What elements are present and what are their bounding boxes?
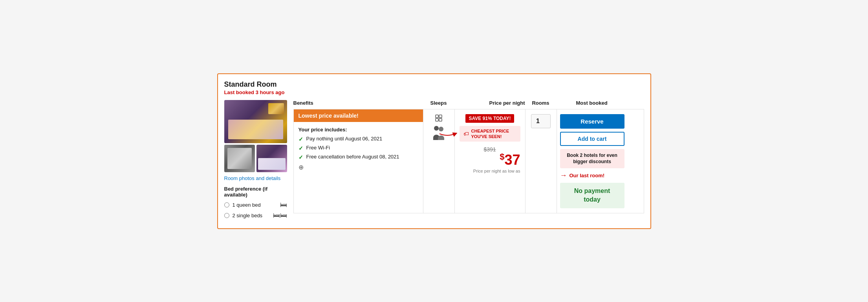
benefit-item-1: ✓ Pay nothing until August 06, 2021 bbox=[298, 136, 418, 142]
last-room-arrow-icon: → bbox=[560, 171, 567, 180]
bed-label-1: 1 queen bed bbox=[233, 202, 277, 208]
save-badge: SAVE 91% TODAY! bbox=[465, 114, 514, 123]
col-header-rooms: Rooms bbox=[525, 100, 557, 106]
sleeps-cell bbox=[423, 109, 455, 213]
check-icon-2: ✓ bbox=[298, 145, 303, 151]
expand-icon bbox=[435, 114, 443, 122]
column-headers: Benefits Sleeps Price per night Rooms Mo… bbox=[293, 100, 644, 109]
most-booked-cell: Reserve Add to cart Book 2 hotels for ev… bbox=[557, 109, 628, 213]
last-booked-text: Last booked 3 hours ago bbox=[224, 89, 644, 95]
col-header-price: Price per night bbox=[454, 100, 525, 106]
card-header: Standard Room Last booked 3 hours ago bbox=[224, 80, 644, 95]
col-header-sleeps: Sleeps bbox=[423, 100, 454, 106]
bed-radio-2[interactable] bbox=[224, 213, 229, 218]
svg-rect-3 bbox=[439, 118, 442, 121]
table-area: Benefits Sleeps Price per night Rooms Mo… bbox=[293, 100, 644, 222]
main-content: Room photos and details Bed preference (… bbox=[224, 100, 644, 222]
no-payment-text: No payment today bbox=[564, 187, 621, 204]
main-room-photo bbox=[224, 100, 287, 143]
svg-rect-0 bbox=[436, 115, 438, 118]
photos-column: Room photos and details Bed preference (… bbox=[224, 100, 287, 222]
bed-radio-1[interactable] bbox=[224, 202, 229, 207]
room-photo-3 bbox=[256, 145, 287, 172]
room-photos-link[interactable]: Room photos and details bbox=[224, 175, 287, 181]
tag-icon: 🏷 bbox=[463, 131, 469, 137]
room-row: Lowest price available! Your price inclu… bbox=[293, 109, 644, 213]
bed-preference-section: Bed preference (if available) 1 queen be… bbox=[224, 186, 287, 220]
svg-rect-2 bbox=[436, 118, 438, 121]
room-card: Standard Room Last booked 3 hours ago Ro… bbox=[217, 73, 651, 229]
check-icon-1: ✓ bbox=[298, 136, 303, 142]
room-title: Standard Room bbox=[224, 80, 644, 89]
svg-rect-1 bbox=[439, 115, 442, 118]
benefits-body: Your price includes: ✓ Pay nothing until… bbox=[294, 122, 423, 176]
cheapest-price-box: 🏷 CHEAPEST PRICE YOU'VE SEEN! bbox=[460, 126, 520, 142]
bed-option-2: 2 single beds 🛏🛏 bbox=[224, 211, 287, 220]
col-header-most-booked: Most booked bbox=[557, 100, 627, 106]
reserve-button[interactable]: Reserve bbox=[560, 114, 624, 129]
benefit-text-3: Free cancellation before August 08, 2021 bbox=[306, 154, 399, 160]
rooms-input[interactable] bbox=[531, 114, 551, 128]
dollar-sign: $ bbox=[500, 152, 504, 162]
price-current: $37 bbox=[460, 153, 520, 167]
no-payment-box: No payment today bbox=[560, 183, 624, 208]
photos-row bbox=[224, 145, 287, 172]
cheapest-price-text: CHEAPEST PRICE YOU'VE SEEN! bbox=[471, 128, 509, 140]
add-to-cart-button[interactable]: Add to cart bbox=[560, 132, 624, 146]
lowest-price-banner: Lowest price available! bbox=[294, 109, 423, 122]
room-photo-2 bbox=[224, 145, 255, 172]
your-price-includes-label: Your price includes: bbox=[298, 127, 418, 133]
bed-preference-title: Bed preference (if available) bbox=[224, 186, 287, 198]
benefit-text-1: Pay nothing until August 06, 2021 bbox=[306, 136, 383, 142]
bed-label-2: 2 single beds bbox=[233, 213, 270, 218]
price-cell: SAVE 91% TODAY! 🏷 CHEAPEST PRICE YOU'VE … bbox=[455, 109, 526, 213]
last-room-row: → Our last room! bbox=[560, 171, 624, 180]
bed-option-1: 1 queen bed 🛏 bbox=[224, 201, 287, 209]
single-beds-icon: 🛏🛏 bbox=[273, 211, 287, 220]
price-note: Price per night as low as bbox=[460, 169, 520, 173]
benefit-item-3: ✓ Free cancellation before August 08, 20… bbox=[298, 154, 418, 160]
rooms-cell bbox=[526, 109, 557, 213]
last-room-text: Our last room! bbox=[570, 173, 605, 178]
queen-bed-icon: 🛏 bbox=[280, 201, 287, 209]
benefits-cell: Lowest price available! Your price inclu… bbox=[294, 109, 423, 213]
benefit-text-2: Free Wi-Fi bbox=[306, 145, 330, 151]
book-2-hotels-box: Book 2 hotels for even bigger discounts bbox=[560, 149, 624, 169]
check-icon-3: ✓ bbox=[298, 154, 303, 160]
expand-benefits-icon[interactable]: ⊕ bbox=[298, 164, 418, 171]
col-header-benefits: Benefits bbox=[293, 100, 423, 106]
price-original: $391 bbox=[483, 146, 496, 153]
arrow-indicator bbox=[438, 130, 457, 139]
benefit-item-2: ✓ Free Wi-Fi bbox=[298, 145, 418, 151]
